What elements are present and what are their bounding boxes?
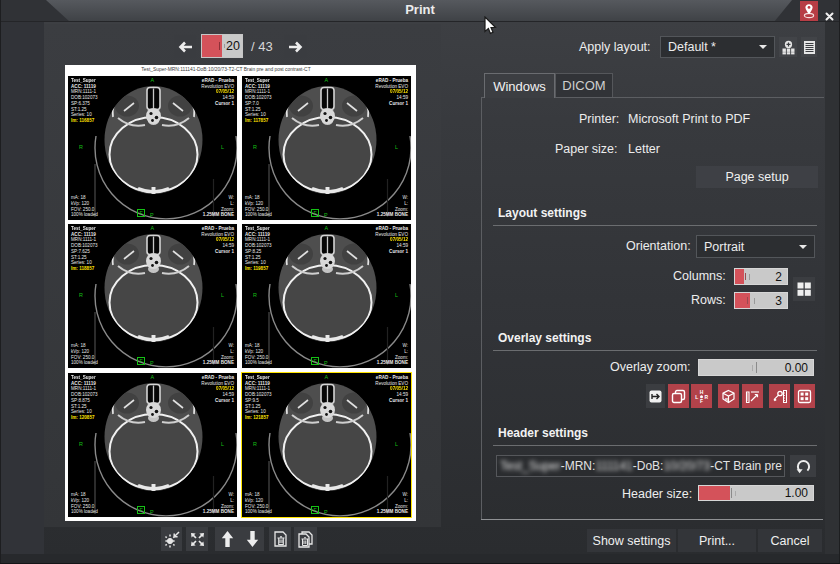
svg-text:H: H: [700, 389, 704, 395]
svg-text:F: F: [700, 398, 703, 404]
svg-text:L: L: [695, 393, 698, 399]
svg-text:R: R: [704, 393, 708, 399]
